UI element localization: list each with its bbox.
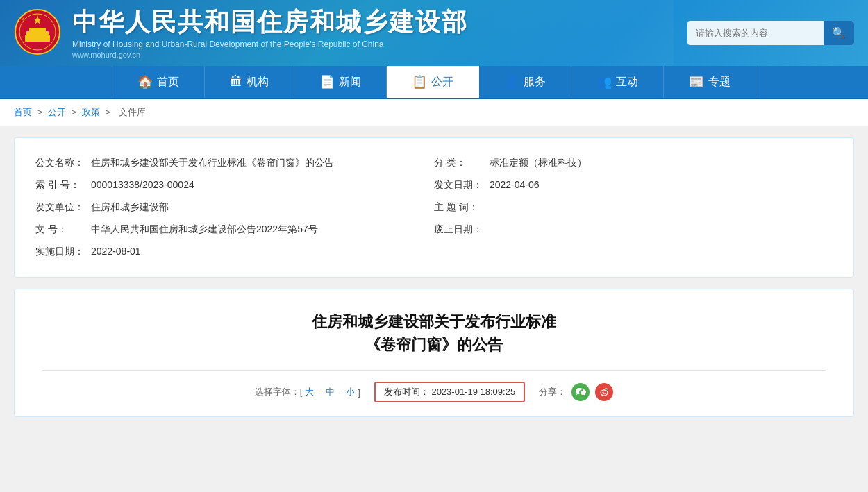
search-button[interactable]: 🔍 bbox=[824, 21, 854, 45]
label-abolish: 废止日期： bbox=[434, 223, 490, 236]
home-icon: 🏠 bbox=[137, 74, 153, 90]
nav-item-home[interactable]: 🏠 首页 bbox=[112, 66, 205, 98]
header-right: 🔍 bbox=[687, 21, 854, 45]
main-content: 公文名称： 住房和城乡建设部关于发布行业标准《卷帘门窗》的公告 索 引 号： 0… bbox=[0, 126, 868, 428]
publish-label: 发布时间： bbox=[384, 387, 429, 397]
share-weibo-button[interactable] bbox=[595, 383, 613, 401]
value-effective: 2022-08-01 bbox=[91, 246, 434, 257]
article-meta: 选择字体：[ 大 - 中 - 小 ] 发布时间： 2023-01-19 18:0… bbox=[42, 382, 826, 402]
nav-label-topics: 专题 bbox=[708, 75, 731, 90]
info-row-title: 公文名称： 住房和城乡建设部关于发布行业标准《卷帘门窗》的公告 bbox=[35, 152, 434, 174]
value-unit: 住房和城乡建设部 bbox=[91, 201, 434, 214]
header: 中华人民共和国住房和城乡建设部 Ministry of Housing and … bbox=[0, 0, 868, 66]
search-box: 🔍 bbox=[687, 21, 854, 45]
info-card: 公文名称： 住房和城乡建设部关于发布行业标准《卷帘门窗》的公告 索 引 号： 0… bbox=[14, 137, 854, 278]
article-card: 住房和城乡建设部关于发布行业标准 《卷帘门窗》的公告 选择字体：[ 大 - 中 … bbox=[14, 289, 854, 417]
info-left-column: 公文名称： 住房和城乡建设部关于发布行业标准《卷帘门窗》的公告 索 引 号： 0… bbox=[35, 152, 434, 263]
label-docnum: 文 号： bbox=[35, 223, 91, 236]
value-title: 住房和城乡建设部关于发布行业标准《卷帘门窗》的公告 bbox=[91, 157, 434, 169]
nav-label-open: 公开 bbox=[431, 75, 453, 90]
article-title: 住房和城乡建设部关于发布行业标准 《卷帘门窗》的公告 bbox=[42, 310, 826, 356]
article-title-line2: 《卷帘门窗》的公告 bbox=[365, 336, 503, 353]
breadcrumb: 首页 > 公开 > 政策 > 文件库 bbox=[0, 99, 868, 126]
nav-item-news[interactable]: 📄 新闻 bbox=[294, 66, 387, 98]
nav-label-institution: 机构 bbox=[247, 75, 269, 90]
interaction-icon: 👥 bbox=[596, 74, 612, 90]
info-row-issuedate: 发文日期： 2022-04-06 bbox=[434, 174, 833, 196]
logo-emblem bbox=[14, 8, 61, 58]
info-row-docnum: 文 号： 中华人民共和国住房和城乡建设部公告2022年第57号 bbox=[35, 219, 434, 241]
font-size-selector: 选择字体：[ 大 - 中 - 小 ] bbox=[255, 386, 360, 398]
value-issuedate: 2022-04-06 bbox=[490, 179, 833, 190]
font-large-link[interactable]: 大 bbox=[305, 386, 314, 398]
label-keywords: 主 题 词： bbox=[434, 201, 490, 214]
label-ref: 索 引 号： bbox=[35, 179, 91, 192]
font-close-bracket: ] bbox=[358, 387, 360, 398]
svg-rect-4 bbox=[29, 28, 46, 32]
article-title-line1: 住房和城乡建设部关于发布行业标准 bbox=[312, 313, 556, 330]
value-ref: 000013338/2023-00024 bbox=[91, 179, 434, 190]
info-right-column: 分 类： 标准定额（标准科技） 发文日期： 2022-04-06 主 题 词： … bbox=[434, 152, 833, 263]
breadcrumb-home[interactable]: 首页 bbox=[14, 107, 32, 117]
breadcrumb-current: 文件库 bbox=[119, 107, 146, 117]
font-sep-2: - bbox=[339, 387, 342, 398]
svg-rect-2 bbox=[25, 35, 50, 42]
font-size-label: 选择字体：[ bbox=[255, 386, 303, 398]
breadcrumb-policy[interactable]: 政策 bbox=[82, 107, 100, 117]
label-unit: 发文单位： bbox=[35, 201, 91, 214]
info-row-unit: 发文单位： 住房和城乡建设部 bbox=[35, 196, 434, 219]
info-grid: 公文名称： 住房和城乡建设部关于发布行业标准《卷帘门窗》的公告 索 引 号： 0… bbox=[35, 152, 833, 263]
nav-item-service[interactable]: 👤 服务 bbox=[479, 66, 571, 98]
news-icon: 📄 bbox=[319, 74, 335, 90]
open-icon: 📋 bbox=[412, 74, 427, 90]
label-issuedate: 发文日期： bbox=[434, 179, 490, 192]
header-left: 中华人民共和国住房和城乡建设部 Ministry of Housing and … bbox=[14, 7, 468, 59]
nav-item-open[interactable]: 📋 公开 bbox=[387, 66, 479, 98]
header-background-decoration bbox=[465, 0, 674, 66]
publish-time-box: 发布时间： 2023-01-19 18:09:25 bbox=[374, 382, 525, 402]
header-url: www.mohurd.gov.cn bbox=[72, 51, 468, 59]
info-row-category: 分 类： 标准定额（标准科技） bbox=[434, 152, 833, 174]
nav-item-institution[interactable]: 🏛 机构 bbox=[205, 66, 294, 98]
breadcrumb-sep-3: > bbox=[105, 107, 112, 117]
svg-point-9 bbox=[603, 393, 606, 394]
nav-item-interaction[interactable]: 👥 互动 bbox=[571, 66, 664, 98]
topics-icon: 📰 bbox=[689, 74, 704, 90]
institution-icon: 🏛 bbox=[230, 75, 242, 90]
header-title-en: Ministry of Housing and Urban-Rural Deve… bbox=[72, 40, 468, 49]
nav-label-home: 首页 bbox=[157, 75, 179, 90]
value-docnum: 中华人民共和国住房和城乡建设部公告2022年第57号 bbox=[91, 223, 434, 236]
breadcrumb-sep-2: > bbox=[71, 107, 78, 117]
nav-label-interaction: 互动 bbox=[616, 75, 638, 90]
share-section: 分享： bbox=[539, 383, 613, 401]
breadcrumb-sep-1: > bbox=[37, 107, 45, 117]
service-icon: 👤 bbox=[504, 74, 519, 90]
article-divider bbox=[42, 370, 826, 371]
value-category: 标准定额（标准科技） bbox=[490, 157, 833, 169]
font-medium-link[interactable]: 中 bbox=[326, 386, 335, 398]
info-row-ref: 索 引 号： 000013338/2023-00024 bbox=[35, 174, 434, 196]
nav-item-topics[interactable]: 📰 专题 bbox=[664, 66, 756, 98]
info-row-keywords: 主 题 词： bbox=[434, 196, 833, 219]
breadcrumb-open[interactable]: 公开 bbox=[48, 107, 66, 117]
search-input[interactable] bbox=[687, 22, 824, 44]
font-sep-1: - bbox=[318, 387, 321, 398]
label-title: 公文名称： bbox=[35, 157, 91, 169]
share-wechat-button[interactable] bbox=[571, 383, 590, 401]
font-small-link[interactable]: 小 bbox=[346, 386, 355, 398]
nav-label-service: 服务 bbox=[524, 75, 546, 90]
info-row-abolish: 废止日期： bbox=[434, 219, 833, 241]
navigation-bar: 🏠 首页 🏛 机构 📄 新闻 📋 公开 👤 服务 👥 互动 📰 专题 bbox=[0, 66, 868, 99]
info-row-effective: 实施日期： 2022-08-01 bbox=[35, 241, 434, 263]
nav-label-news: 新闻 bbox=[339, 75, 361, 90]
publish-time: 2023-01-19 18:09:25 bbox=[431, 387, 515, 397]
header-title-block: 中华人民共和国住房和城乡建设部 Ministry of Housing and … bbox=[72, 7, 468, 59]
share-label: 分享： bbox=[539, 386, 566, 398]
label-effective: 实施日期： bbox=[35, 246, 91, 258]
label-category: 分 类： bbox=[434, 157, 490, 169]
header-title-cn: 中华人民共和国住房和城乡建设部 bbox=[72, 7, 468, 37]
